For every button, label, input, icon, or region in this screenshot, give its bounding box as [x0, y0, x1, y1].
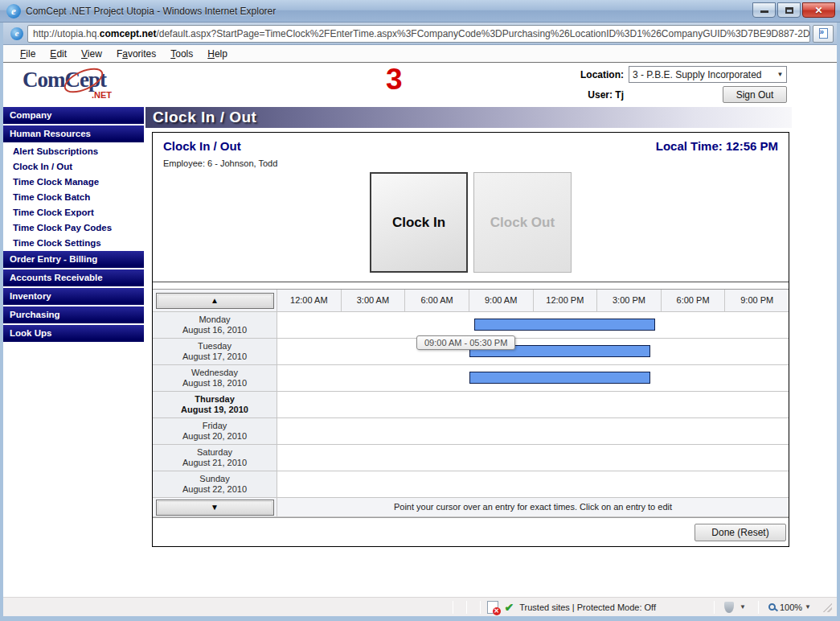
- local-time: Local Time: 12:56 PM: [656, 139, 778, 153]
- url-prefix: http://utopia.hq.: [33, 28, 100, 39]
- resize-grip[interactable]: [822, 602, 832, 612]
- clock-out-button: Clock Out: [473, 172, 572, 273]
- sidebar-item-order-entry-billing[interactable]: Order Entry - Billing: [3, 251, 144, 268]
- menu-favorites[interactable]: Favorites: [109, 48, 163, 60]
- day-timeline[interactable]: [277, 339, 789, 364]
- main-content: Clock In / Out Clock In / Out Local Time…: [144, 107, 837, 547]
- sidebar-item-alert-subscriptions[interactable]: Alert Subscriptions: [3, 144, 144, 159]
- session-controls: Location: 3 - P.B.E. Supply Incorporated…: [580, 66, 787, 103]
- day-timeline[interactable]: [277, 392, 789, 417]
- day-label: TuesdayAugust 17, 2010: [153, 339, 277, 364]
- sidebar-item-clock-in-out[interactable]: Clock In / Out: [3, 159, 144, 175]
- sidebar-item-accounts-receivable[interactable]: Accounts Receivable: [3, 269, 144, 286]
- sidebar-item-purchasing[interactable]: Purchasing: [3, 306, 144, 323]
- protection-shield-icon[interactable]: [724, 602, 734, 613]
- time-grid-header: ▲ 12:00 AM 3:00 AM 6:00 AM 9:00 AM 12:00…: [153, 290, 789, 312]
- minimize-icon: [760, 10, 768, 13]
- sidebar-item-inventory[interactable]: Inventory: [3, 288, 144, 305]
- day-label: WednesdayAugust 18, 2010: [153, 365, 277, 391]
- go-button[interactable]: [813, 25, 834, 43]
- time-entry-bar[interactable]: [474, 319, 655, 331]
- location-value: 3 - P.B.E. Supply Incorporated: [629, 69, 774, 80]
- address-bar: e http://utopia.hq.comcept.net/default.a…: [3, 23, 837, 45]
- day-row-thursday: ThursdayAugust 19, 2010: [153, 392, 789, 418]
- day-row-sunday: SundayAugust 22, 2010: [153, 471, 789, 498]
- location-label: Location:: [580, 69, 629, 80]
- chevron-down-icon: ▼: [774, 71, 786, 78]
- zoom-control[interactable]: 100% ▼: [768, 602, 813, 612]
- minimize-button[interactable]: [752, 2, 776, 18]
- sidebar-item-time-clock-pay-codes[interactable]: Time Clock Pay Codes: [3, 220, 144, 236]
- menu-view[interactable]: View: [74, 48, 109, 60]
- page-title: Clock In / Out: [145, 107, 792, 128]
- time-column-label: 3:00 PM: [597, 290, 662, 311]
- chevron-down-icon[interactable]: ▼: [740, 603, 746, 611]
- page-favicon-icon: e: [10, 27, 23, 40]
- day-row-friday: FridayAugust 20, 2010: [153, 418, 789, 445]
- logo-net-text: .NET: [92, 90, 112, 100]
- page-error-icon[interactable]: ✕: [487, 601, 498, 614]
- close-button[interactable]: ✕: [802, 2, 835, 18]
- page-content: ComCept .NET 3 Location: 3 - P.B.E. Supp…: [3, 63, 837, 597]
- clock-panel: Clock In / Out Local Time: 12:56 PM Empl…: [152, 132, 789, 547]
- scroll-up-button[interactable]: ▲: [156, 293, 274, 309]
- day-label: MondayAugust 16, 2010: [153, 312, 277, 338]
- sidebar-item-time-clock-manage[interactable]: Time Clock Manage: [3, 175, 144, 190]
- sign-out-button[interactable]: Sign Out: [723, 86, 787, 103]
- window-frame: e http://utopia.hq.comcept.net/default.a…: [0, 23, 840, 621]
- annotation-marker: 3: [386, 63, 403, 97]
- time-column-label: 12:00 PM: [534, 290, 598, 311]
- statusbar-divider: [758, 601, 759, 614]
- sidebar-nav: Company Human Resources Alert Subscripti…: [3, 107, 144, 547]
- maximize-button[interactable]: [777, 2, 801, 18]
- sidebar-item-company[interactable]: Company: [3, 107, 144, 124]
- day-timeline[interactable]: [277, 471, 789, 497]
- entry-tooltip: 09:00 AM - 05:30 PM: [416, 335, 515, 350]
- url-input[interactable]: http://utopia.hq.comcept.net/default.asp…: [27, 25, 810, 43]
- sidebar-item-human-resources[interactable]: Human Resources: [3, 125, 144, 142]
- maximize-icon: [785, 7, 793, 14]
- user-label: User: Tj: [580, 89, 629, 101]
- ie-icon: e: [6, 4, 21, 19]
- sidebar-item-time-clock-settings[interactable]: Time Clock Settings: [3, 236, 144, 251]
- statusbar-divider: [466, 601, 467, 614]
- comcept-logo: ComCept .NET: [23, 68, 135, 103]
- time-column-label: 3:00 AM: [342, 290, 406, 311]
- day-label: SundayAugust 22, 2010: [153, 471, 277, 497]
- logo-text: ComCept: [23, 68, 106, 92]
- menu-file[interactable]: File: [13, 48, 43, 60]
- security-zone-text[interactable]: Trusted sites | Protected Mode: Off: [519, 602, 656, 612]
- day-timeline[interactable]: [277, 418, 789, 444]
- url-domain: comcept.net: [100, 28, 157, 39]
- day-timeline[interactable]: [277, 365, 789, 391]
- employee-line: Employee: 6 - Johnson, Todd: [163, 158, 778, 168]
- menu-help[interactable]: Help: [200, 48, 235, 60]
- day-label: FridayAugust 20, 2010: [153, 418, 277, 444]
- day-timeline[interactable]: [277, 312, 789, 338]
- panel-title: Clock In / Out: [163, 139, 241, 153]
- location-select[interactable]: 3 - P.B.E. Supply Incorporated ▼: [629, 66, 787, 83]
- status-bar: ✕ ✔ Trusted sites | Protected Mode: Off …: [3, 597, 837, 616]
- app-header: ComCept .NET 3 Location: 3 - P.B.E. Supp…: [3, 63, 837, 107]
- browser-window: e ComCept .NET Project Utopia - Windows …: [0, 0, 840, 621]
- sidebar-item-time-clock-export[interactable]: Time Clock Export: [3, 205, 144, 220]
- time-column-label: 6:00 AM: [405, 290, 469, 311]
- scroll-down-button[interactable]: ▼: [156, 500, 274, 516]
- day-row-saturday: SaturdayAugust 21, 2010: [153, 445, 789, 471]
- grid-hint-text: Point your cursor over an entry for exac…: [277, 498, 789, 516]
- day-label: ThursdayAugust 19, 2010: [153, 392, 277, 417]
- zoom-level: 100%: [780, 602, 802, 612]
- menu-edit[interactable]: Edit: [43, 48, 74, 60]
- chevron-down-icon[interactable]: ▼: [805, 603, 811, 611]
- window-title: ComCept .NET Project Utopia - Windows In…: [26, 6, 752, 17]
- day-timeline[interactable]: [277, 445, 789, 471]
- time-entry-bar[interactable]: [469, 372, 650, 384]
- done-reset-button[interactable]: Done (Reset): [695, 524, 786, 541]
- sidebar-item-time-clock-batch[interactable]: Time Clock Batch: [3, 190, 144, 205]
- time-column-label: 12:00 AM: [277, 290, 342, 311]
- menu-tools[interactable]: Tools: [163, 48, 200, 60]
- clock-in-button[interactable]: Clock In: [370, 172, 468, 273]
- trusted-check-icon: ✔: [505, 601, 514, 614]
- sidebar-item-look-ups[interactable]: Look Ups: [3, 325, 144, 342]
- url-path: /default.aspx?StartPage=TimeClock%2FEnte…: [156, 28, 810, 39]
